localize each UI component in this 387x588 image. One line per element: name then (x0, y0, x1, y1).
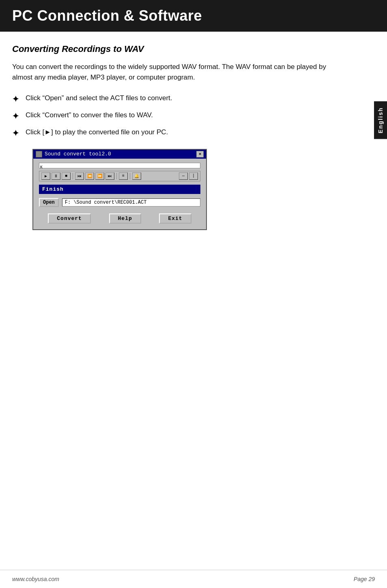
dialog-wrapper: Sound convert tool2.0 × K ▶ ⏸ ■ ⏮ ⏪ (32, 149, 345, 230)
dialog-titlebar: Sound convert tool2.0 × (33, 150, 206, 159)
language-tab: English (374, 101, 387, 139)
footer-page: Page 29 (354, 576, 375, 582)
dialog-title: Sound convert tool2.0 (45, 151, 111, 157)
open-button[interactable]: Open (39, 198, 59, 207)
divider (116, 173, 117, 179)
bullet-text-2: Click “Convert” to conver the files to W… (26, 110, 345, 121)
progress-bar: K (39, 163, 200, 168)
main-content: Converting Recordings to WAV You can con… (0, 44, 357, 230)
page-title: PC Connection & Software (12, 7, 202, 24)
footer: www.cobyusa.com Page 29 (0, 570, 387, 588)
progress-label: K (39, 165, 43, 170)
file-path: F: \Sound convert\REC001.ACT (62, 198, 200, 207)
extra-button[interactable]: — (179, 172, 188, 180)
divider (73, 173, 73, 179)
bottom-buttons: Convert Help Exit (39, 213, 200, 224)
bullet-cross-icon: ✦ (12, 110, 19, 122)
pause-button[interactable]: ⏸ (52, 172, 60, 180)
status-text: Finish (42, 186, 64, 192)
dialog-box: Sound convert tool2.0 × K ▶ ⏸ ■ ⏮ ⏪ (32, 149, 207, 230)
dialog-body: K ▶ ⏸ ■ ⏮ ⏪ ⏩ ⏭ ≡ 🔔 — (33, 159, 206, 229)
menu-button[interactable]: ≡ (119, 172, 128, 180)
status-bar: Finish (39, 185, 200, 194)
footer-url: www.cobyusa.com (12, 576, 59, 582)
skip-back-button[interactable]: ⏮ (75, 172, 84, 180)
stop-button[interactable]: ■ (62, 172, 71, 180)
language-label: English (377, 107, 384, 134)
controls-row: ▶ ⏸ ■ ⏮ ⏪ ⏩ ⏭ ≡ 🔔 — | (39, 171, 200, 181)
exit-button[interactable]: Exit (159, 213, 191, 224)
dialog-close-button[interactable]: × (196, 151, 204, 157)
section-title: Converting Recordings to WAV (12, 44, 345, 54)
dialog-titlebar-left: Sound convert tool2.0 (36, 151, 111, 157)
extra-button-2[interactable]: | (189, 172, 198, 180)
volume-button[interactable]: 🔔 (132, 172, 141, 180)
file-row: Open F: \Sound convert\REC001.ACT (39, 198, 200, 207)
list-item: ✦ Click “Open” and select the ACT files … (12, 93, 345, 105)
fast-forward-button[interactable]: ⏩ (95, 172, 104, 180)
help-button[interactable]: Help (109, 213, 141, 224)
play-button[interactable]: ▶ (41, 172, 50, 180)
rewind-button[interactable]: ⏪ (85, 172, 94, 180)
skip-forward-button[interactable]: ⏭ (105, 172, 114, 180)
convert-button[interactable]: Convert (48, 213, 91, 224)
bullet-cross-icon: ✦ (12, 93, 19, 105)
bullet-text-1: Click “Open” and select the ACT files to… (26, 93, 345, 103)
bullet-cross-icon: ✦ (12, 127, 19, 139)
header-bar: PC Connection & Software (0, 0, 387, 32)
list-item: ✦ Click [►] to play the converted file o… (12, 127, 345, 139)
list-item: ✦ Click “Convert” to conver the files to… (12, 110, 345, 122)
body-text: You can convert the recordings to the wi… (12, 62, 345, 83)
bullet-text-3: Click [►] to play the converted file on … (26, 127, 345, 138)
bullet-list: ✦ Click “Open” and select the ACT files … (12, 93, 345, 139)
divider (130, 173, 130, 179)
dialog-app-icon (36, 151, 42, 157)
